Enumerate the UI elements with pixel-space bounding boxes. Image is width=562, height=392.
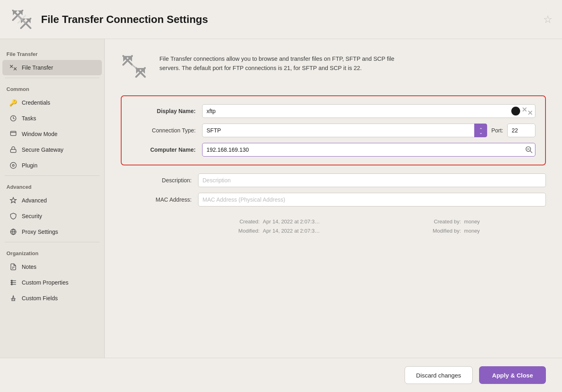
custom-properties-icon [9,278,18,287]
sidebar-item-plugin[interactable]: Plugin [2,158,102,173]
svg-line-38 [132,65,136,68]
sidebar-item-label: Credentials [22,99,50,106]
sidebar-item-custom-fields[interactable]: Custom Fields [2,291,102,306]
sidebar-item-tasks[interactable]: Tasks [2,111,102,126]
color-dot-icon[interactable] [511,107,520,116]
security-icon [9,212,18,221]
svg-point-25 [11,280,12,281]
display-name-icons [511,107,533,116]
custom-fields-icon [9,294,18,303]
modified-by-label: Modified by: [386,228,464,234]
sidebar: File Transfer File Transfer Common 🔑 Cre… [0,39,105,358]
sidebar-item-label: Custom Properties [22,279,68,286]
svg-line-44 [530,151,532,153]
metadata-section: Created: Apr 14, 2022 at 2:07:3… Created… [121,219,546,234]
dialog-footer: Discard changes Apply & Close [0,358,562,392]
sidebar-section-advanced: Advanced [0,178,104,192]
connection-type-select[interactable]: SFTP FTP SCP [202,124,487,137]
tasks-icon [9,114,18,123]
description-row: Description: [121,173,546,187]
sidebar-item-file-transfer[interactable]: File Transfer [2,60,102,75]
sidebar-item-credentials[interactable]: 🔑 Credentials [2,95,102,110]
sidebar-item-proxy-settings[interactable]: Proxy Settings [2,224,102,239]
sidebar-item-label: Custom Fields [22,295,58,301]
sidebar-item-notes[interactable]: Notes [2,259,102,274]
conn-type-wrapper: SFTP FTP SCP Port: [202,124,535,137]
browse-hosts-button[interactable] [525,146,533,154]
mac-address-input[interactable] [198,193,546,206]
sidebar-item-custom-properties[interactable]: Custom Properties [2,275,102,290]
description-text: File Transfer connections allow you to b… [159,52,401,73]
favorite-star-icon[interactable]: ☆ [543,13,552,26]
header-icon [10,7,34,31]
sidebar-item-window-mode[interactable]: Window Mode [2,126,102,142]
description-field-label: Description: [121,177,192,184]
display-name-input[interactable] [202,104,535,118]
computer-name-row: Computer Name: [131,143,535,157]
credentials-icon: 🔑 [9,98,18,107]
form-highlight-box: Display Name: Co [121,95,546,165]
sidebar-item-label: Notes [22,264,37,270]
created-value: Apr 14, 2022 at 2:07:3… [263,219,386,225]
sidebar-section-organization: Organization [0,245,104,259]
dialog-header: File Transfer Connection Settings ☆ [0,0,562,39]
description-icon [121,52,150,81]
svg-marker-28 [12,296,15,301]
display-name-row: Display Name: [131,104,535,118]
sidebar-item-label: Tasks [22,115,36,122]
notes-icon [9,262,18,271]
created-label: Created: [192,219,263,225]
main-content: File Transfer connections allow you to b… [105,39,562,358]
dialog-title: File Transfer Connection Settings [41,13,543,26]
display-name-wrapper [202,104,535,118]
modified-value: Apr 14, 2022 at 2:07:3… [263,228,386,234]
created-by-value: money [464,219,546,225]
window-mode-icon [9,130,18,138]
plugin-icon [9,161,18,170]
xftp-small-icon[interactable] [522,107,533,116]
computer-name-label: Computer Name: [131,146,196,153]
sidebar-item-label: Advanced [22,197,47,204]
svg-rect-15 [10,131,16,136]
sidebar-item-label: Security [22,213,42,219]
display-name-label: Display Name: [131,108,196,114]
description-input[interactable] [198,173,546,187]
connection-type-row: Connection Type: SFTP FTP SCP Port: [131,124,535,137]
connection-type-label: Connection Type: [131,127,196,134]
sidebar-section-file-transfer: File Transfer [0,45,104,60]
svg-point-26 [11,282,12,283]
main-layout: File Transfer File Transfer Common 🔑 Cre… [0,39,562,358]
apply-close-button[interactable]: Apply & Close [479,366,546,384]
sidebar-item-label: Window Mode [22,131,58,137]
sidebar-item-advanced[interactable]: Advanced [2,193,102,208]
mac-address-label: MAC Address: [121,196,192,203]
sidebar-item-label: File Transfer [22,64,53,71]
sidebar-item-label: Proxy Settings [22,229,58,235]
sidebar-item-security[interactable]: Security [2,208,102,224]
modified-by-value: money [464,228,546,234]
created-by-label: Created by: [386,219,464,225]
proxy-settings-icon [9,227,18,236]
svg-point-27 [11,284,12,285]
discard-changes-button[interactable]: Discard changes [405,366,473,384]
sidebar-section-common: Common [0,80,104,95]
connection-type-select-wrapper: SFTP FTP SCP [202,124,487,137]
file-transfer-icon [9,63,18,72]
sidebar-item-label: Plugin [22,162,37,169]
sidebar-item-label: Secure Gateway [22,146,64,153]
svg-rect-17 [10,149,16,153]
computer-name-input[interactable] [202,143,535,157]
modified-label: Modified: [192,228,263,234]
svg-point-18 [12,165,14,167]
sidebar-divider-3 [5,242,99,242]
sidebar-divider-1 [5,78,99,78]
description-block: File Transfer connections allow you to b… [121,52,546,81]
port-input[interactable] [507,124,535,137]
sidebar-divider-2 [5,175,99,176]
port-label: Port: [491,127,503,134]
secure-gateway-icon [9,145,18,154]
computer-name-wrapper [202,143,535,157]
mac-address-row: MAC Address: [121,193,546,206]
sidebar-item-secure-gateway[interactable]: Secure Gateway [2,142,102,157]
advanced-icon [9,196,18,205]
